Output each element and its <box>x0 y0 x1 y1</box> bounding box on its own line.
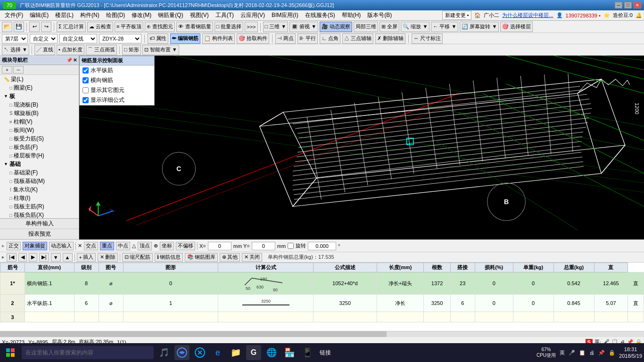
sidebar-item-spiral-slab[interactable]: S 螺旋板(B) <box>0 109 79 117</box>
menu-version[interactable]: 版本号(B) <box>364 10 395 20</box>
taskbar-print-icon[interactable]: 🖨 <box>589 350 594 355</box>
cloud-check-button[interactable]: ☁ 云检查 <box>87 22 113 32</box>
summary-calc-button[interactable]: Σ 汇总计算 <box>57 22 86 32</box>
task-icon-g[interactable]: G <box>246 345 261 360</box>
more-button[interactable]: >>> <box>245 22 257 32</box>
menu-cloud[interactable]: 云应用(V) <box>238 10 268 20</box>
sidebar-item-raft-neg[interactable]: □ 筏板负筋(X) <box>0 211 79 218</box>
rebar-other-button[interactable]: ⊕ 其他 <box>220 253 240 262</box>
sidebar-close-button[interactable]: ✕ <box>73 58 77 63</box>
alert-icon[interactable]: 🔔 <box>636 12 642 18</box>
rebar-table-wrap[interactable]: 筋号 直径(mm) 级别 图号 图形 计算公式 公式描述 长度(mm) 根数 搭… <box>0 263 644 331</box>
parallel-button[interactable]: ⊪ 平行 <box>297 33 318 44</box>
nav-first-button[interactable]: |◀ <box>7 253 17 262</box>
line-type-select[interactable]: 自定义线 <box>59 34 97 43</box>
local-3d-button[interactable]: 局部三维 <box>354 22 378 32</box>
menu-tools[interactable]: 工具(T) <box>213 10 237 20</box>
three-aux-button[interactable]: △ 三点辅轴 <box>342 33 373 44</box>
smart-layout-button[interactable]: ⊡ 智能布置 ▼ <box>142 45 179 55</box>
rebar-info-button[interactable]: ℹ 钢筋信息 <box>155 253 183 262</box>
rotate-input[interactable] <box>308 242 336 250</box>
table-row[interactable]: 2 水平纵筋.1 6 ⌀ 1 3250 3250 净长 3250 6 <box>0 295 644 312</box>
sidebar-item-beam[interactable]: 📏 梁(L) <box>0 75 79 83</box>
sidebar-remove-button[interactable]: ─ <box>13 66 24 74</box>
sidebar-item-slab[interactable]: ▼ 板 <box>0 92 79 100</box>
slab-expand-icon[interactable]: ▼ <box>4 94 8 99</box>
restore-button[interactable]: □ <box>624 2 632 8</box>
level-top-button[interactable]: ≡ 平齐板顶 <box>115 22 143 32</box>
dynamic-observe-button[interactable]: 🎥 动态观察 <box>320 22 352 32</box>
line-tool-button[interactable]: ╱ 直线 <box>34 45 55 55</box>
taskbar-pin-icon[interactable]: 📌 <box>598 350 605 356</box>
task-icon-folder[interactable]: 📁 <box>228 345 243 360</box>
menu-edit[interactable]: 编辑(E) <box>27 10 51 20</box>
task-icon-music[interactable]: 🎵 <box>157 345 172 360</box>
why-link[interactable]: 为什么楼层设中楼层... <box>502 12 553 19</box>
rotate-checkbox[interactable] <box>288 243 294 249</box>
center-button[interactable]: 中点 <box>116 242 130 250</box>
sidebar-item-neg-rebar[interactable]: □ 板负筋(F) <box>0 143 79 151</box>
sidebar-item-raft[interactable]: □ 筏板基础(M) <box>0 177 79 185</box>
taskbar-input-icon[interactable]: 📋 <box>579 350 586 356</box>
menu-rebar-qty[interactable]: 钢筋量(Q) <box>155 10 186 20</box>
topview-button[interactable]: 🔳 俯视 ▼ <box>289 22 318 32</box>
fullscreen-button[interactable]: ⊞ 全屏 <box>380 22 399 32</box>
sidebar-item-raft-main[interactable]: □ 筏板主筋(R) <box>0 202 79 211</box>
nav-down-button[interactable]: ▼ <box>51 253 61 262</box>
dynamic-input-button[interactable]: 动态输入 <box>49 242 74 250</box>
snap-button[interactable]: 对象捕捉 <box>23 242 47 250</box>
sidebar-item-slab-rebar[interactable]: □ 板受力筋(S) <box>0 134 79 143</box>
save-button[interactable]: 💾 <box>14 22 24 32</box>
horizontal-rebar-checkbox[interactable] <box>83 67 89 74</box>
midpoint-button[interactable]: 重点 <box>100 242 114 250</box>
sidebar-pin-button[interactable]: 📌 <box>66 58 72 63</box>
menu-floor[interactable]: 楼层(L) <box>52 10 76 20</box>
rebar-horizontal-scrollbar[interactable] <box>0 331 644 337</box>
two-points-button[interactable]: ⊣ 两点 <box>275 33 296 44</box>
orthogonal-button[interactable]: 正交 <box>7 242 21 250</box>
no-offset-button[interactable]: 不偏移 <box>176 242 195 250</box>
part-list-button[interactable]: 📋 构件列表 <box>202 33 235 44</box>
nav-last-button[interactable]: ▶| <box>39 253 49 262</box>
3d-view[interactable]: 钢筋显示控制面板 水平纵筋 横向钢筋 显示其它图元 显示详细公式 <box>79 56 644 239</box>
sidebar-item-colcap[interactable]: ≡ 柱帽(V) <box>0 117 79 126</box>
show-other-checkbox[interactable] <box>83 87 89 93</box>
task-icon-ie[interactable]: e <box>210 345 225 360</box>
new-change-button[interactable]: 新建变更 • <box>442 11 472 20</box>
dim-label-button[interactable]: ↔ 尺寸标注 <box>412 33 443 44</box>
sidebar-item-slab-band[interactable]: □ 板间(W) <box>0 126 79 134</box>
table-row[interactable]: 3 <box>0 312 644 322</box>
del-aux-button[interactable]: ✗ 删除辅轴 <box>375 33 405 44</box>
menu-view[interactable]: 视图(V) <box>187 10 212 20</box>
trans-rebar-checkbox[interactable] <box>83 77 89 83</box>
task-icon-browser[interactable]: 🌐 <box>264 345 279 360</box>
sidebar-item-foundation[interactable]: ▼ 基础 <box>0 160 79 168</box>
menu-file[interactable]: 文件(F) <box>2 10 26 20</box>
table-row[interactable]: 1* 横向钢筋.1 8 ⌀ 0 180 630 50 90 <box>0 272 644 295</box>
close-button[interactable]: ✕ <box>634 2 641 8</box>
point-length-button[interactable]: • 点加长度 <box>57 45 84 55</box>
x-input[interactable] <box>208 242 231 250</box>
foundation-expand-icon[interactable]: ▼ <box>4 162 8 166</box>
insert-button[interactable]: + 插入 <box>77 253 96 262</box>
minimize-button[interactable]: ─ <box>615 2 622 8</box>
screen-rotate-button[interactable]: 🔄 屏幕旋转 ▼ <box>460 22 499 32</box>
rebar-close-button[interactable]: ✕ 关闭 <box>242 253 262 262</box>
menu-help[interactable]: 帮助(H) <box>339 10 364 20</box>
nav-up-button[interactable]: ▲ <box>63 253 73 262</box>
pan-button[interactable]: ← 平移 ▼ <box>431 22 458 32</box>
sidebar-item-foundation-beam[interactable]: □ 基础梁(F) <box>0 168 79 177</box>
sidebar-item-sump[interactable]: ⌇ 集水坑(K) <box>0 185 79 194</box>
start-button[interactable] <box>2 344 19 361</box>
property-button[interactable]: 🏷 属性 <box>148 33 168 44</box>
delete-rebar-button[interactable]: ✕ 删除 <box>98 253 118 262</box>
nav-next-button[interactable]: ▶ <box>29 253 37 262</box>
report-preview-button[interactable]: 报表预览 <box>0 229 79 239</box>
taskbar-lock-icon[interactable]: 🔒 <box>609 350 615 356</box>
edit-rebar-button[interactable]: ✏ 编辑钢筋 <box>170 33 200 44</box>
single-component-input-button[interactable]: 单构件输入 <box>0 219 79 229</box>
intersection-button[interactable]: 交点 <box>84 242 98 250</box>
taskbar-search-input[interactable] <box>22 346 154 359</box>
task-icon-edge[interactable] <box>174 345 190 360</box>
sidebar-item-floor-band[interactable]: □ 楼层板带(H) <box>0 151 79 160</box>
